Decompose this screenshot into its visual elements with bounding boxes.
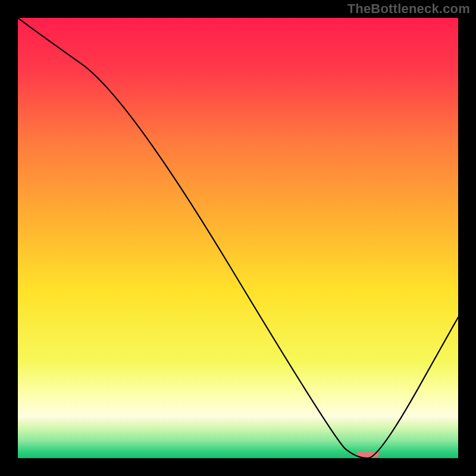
plot-area bbox=[18, 18, 458, 458]
watermark-label: TheBottleneck.com bbox=[347, 1, 470, 17]
chart-frame: TheBottleneck.com bbox=[0, 0, 476, 476]
optimal-marker bbox=[357, 452, 379, 457]
chart-svg bbox=[18, 18, 458, 458]
gradient-backdrop bbox=[18, 18, 458, 458]
